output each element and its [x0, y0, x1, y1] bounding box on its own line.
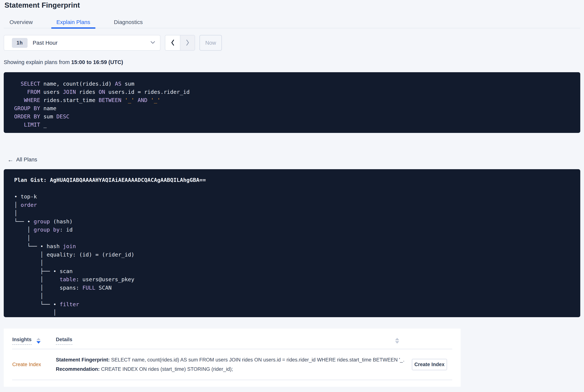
- insights-column-label: Insights: [12, 337, 32, 345]
- time-range-dropdown[interactable]: 1h Past Hour: [4, 35, 160, 51]
- time-range-badge: 1h: [12, 38, 27, 48]
- details-cell: Statement Fingerprint: SELECT name, coun…: [56, 355, 404, 374]
- page-title: Statement Fingerprint: [4, 1, 580, 10]
- sort-up-icon: [36, 338, 40, 340]
- next-time-button[interactable]: [180, 35, 195, 50]
- sort-details-icon[interactable]: [395, 338, 399, 344]
- table-row: Create Index Statement Fingerprint: SELE…: [4, 349, 461, 380]
- recommendation-label: Recommendation:: [56, 366, 100, 372]
- previous-time-button[interactable]: [165, 35, 180, 50]
- tab-bar: Overview Explain Plans Diagnostics: [4, 16, 580, 28]
- tab-explain-plans[interactable]: Explain Plans: [51, 16, 95, 28]
- insight-cell: Create Index: [12, 362, 56, 368]
- chevron-down-icon: [150, 41, 155, 45]
- showing-range-prefix: Showing explain plans from: [4, 59, 71, 65]
- time-controls-row: 1h Past Hour Now: [4, 35, 580, 51]
- plan-gist-box: Plan Gist: AgHUAQIABQAAAAHYAQIAiAEAAAADC…: [4, 169, 580, 317]
- insights-table-header: Insights Details: [4, 328, 461, 349]
- insights-table-card: Insights Details Create Index Statement: [4, 328, 461, 387]
- time-step-buttons: [165, 35, 195, 51]
- tab-overview[interactable]: Overview: [4, 16, 38, 28]
- sort-insights-icon[interactable]: [36, 338, 40, 344]
- details-column-label: Details: [56, 337, 72, 345]
- sql-statement-box: SELECT name, count(rides.id) AS sum FROM…: [4, 72, 580, 133]
- now-button[interactable]: Now: [199, 35, 222, 51]
- details-column-header[interactable]: Details: [56, 337, 399, 345]
- statement-fingerprint-label: Statement Fingerprint:: [56, 357, 110, 362]
- statement-fingerprint-text: SELECT name, count(rides.id) AS sum FROM…: [110, 357, 404, 362]
- chevron-left-icon: [170, 39, 175, 47]
- showing-range-text: Showing explain plans from 15:00 to 16:5…: [4, 59, 580, 65]
- create-index-button[interactable]: Create Index: [412, 359, 447, 370]
- statement-fingerprint-line: Statement Fingerprint: SELECT name, coun…: [56, 355, 404, 364]
- create-index-link[interactable]: Create Index: [12, 362, 41, 367]
- table-divider: [12, 380, 452, 380]
- all-plans-back-link[interactable]: ← All Plans: [7, 156, 37, 163]
- tab-diagnostics[interactable]: Diagnostics: [109, 16, 148, 28]
- insights-column-header[interactable]: Insights: [12, 337, 56, 345]
- time-range-label: Past Hour: [33, 40, 57, 46]
- recommendation-text: CREATE INDEX ON rides (start_time) STORI…: [100, 366, 233, 372]
- sort-down-icon: [36, 341, 40, 344]
- chevron-right-icon: [185, 39, 190, 47]
- back-arrow-icon: ←: [7, 157, 13, 162]
- showing-range-value: 15:00 to 16:59 (UTC): [71, 59, 123, 65]
- all-plans-label: All Plans: [16, 156, 37, 163]
- sort-down-icon: [395, 341, 399, 344]
- recommendation-line: Recommendation: CREATE INDEX ON rides (s…: [56, 364, 404, 374]
- sort-up-icon: [395, 338, 399, 340]
- statement-fingerprint-page: Statement Fingerprint Overview Explain P…: [0, 1, 584, 392]
